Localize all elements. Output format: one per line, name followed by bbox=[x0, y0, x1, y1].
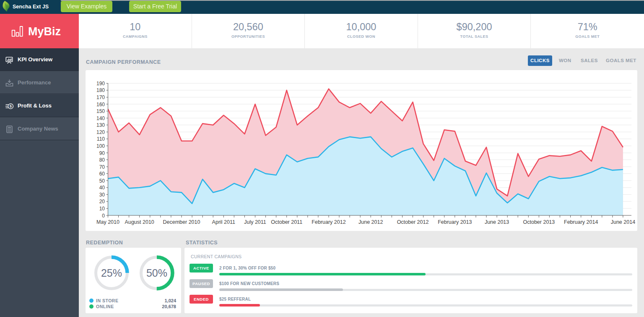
svg-text:June 2013: June 2013 bbox=[485, 219, 509, 225]
svg-text:June 2012: June 2012 bbox=[358, 219, 383, 225]
svg-text:$: $ bbox=[10, 104, 12, 108]
svg-text:80: 80 bbox=[99, 157, 105, 163]
svg-text:30: 30 bbox=[99, 192, 105, 198]
svg-text:25%: 25% bbox=[101, 267, 122, 279]
svg-text:150: 150 bbox=[96, 108, 105, 114]
svg-text:90: 90 bbox=[99, 150, 105, 156]
svg-text:130: 130 bbox=[96, 122, 105, 128]
svg-text:0: 0 bbox=[102, 213, 105, 219]
svg-text:120: 120 bbox=[96, 129, 105, 135]
svg-text:100: 100 bbox=[96, 143, 105, 149]
svg-text:20: 20 bbox=[99, 199, 105, 204]
svg-text:February 2013: February 2013 bbox=[438, 219, 472, 225]
svg-text:110: 110 bbox=[97, 136, 105, 142]
svg-text:October 2011: October 2011 bbox=[271, 219, 302, 225]
svg-text:180: 180 bbox=[96, 87, 105, 93]
svg-text:50: 50 bbox=[99, 178, 105, 184]
svg-text:40: 40 bbox=[99, 185, 105, 191]
svg-text:July 2011: July 2011 bbox=[244, 219, 266, 225]
svg-text:June 2014: June 2014 bbox=[611, 219, 635, 225]
svg-text:70: 70 bbox=[99, 164, 105, 170]
svg-text:10: 10 bbox=[99, 206, 105, 212]
svg-text:60: 60 bbox=[99, 171, 105, 177]
svg-text:October 2012: October 2012 bbox=[397, 219, 429, 225]
svg-text:April 2011: April 2011 bbox=[212, 219, 235, 225]
svg-text:50%: 50% bbox=[146, 267, 167, 279]
svg-text:December 2010: December 2010 bbox=[163, 219, 200, 225]
svg-text:August 2010: August 2010 bbox=[125, 219, 154, 225]
svg-text:170: 170 bbox=[96, 94, 105, 100]
svg-text:October 2013: October 2013 bbox=[523, 219, 555, 225]
svg-text:190: 190 bbox=[96, 81, 105, 86]
svg-text:140: 140 bbox=[96, 115, 105, 121]
svg-text:February 2014: February 2014 bbox=[564, 219, 598, 225]
svg-text:160: 160 bbox=[96, 102, 105, 107]
svg-text:February 2012: February 2012 bbox=[312, 219, 345, 225]
svg-text:May 2010: May 2010 bbox=[96, 219, 119, 225]
